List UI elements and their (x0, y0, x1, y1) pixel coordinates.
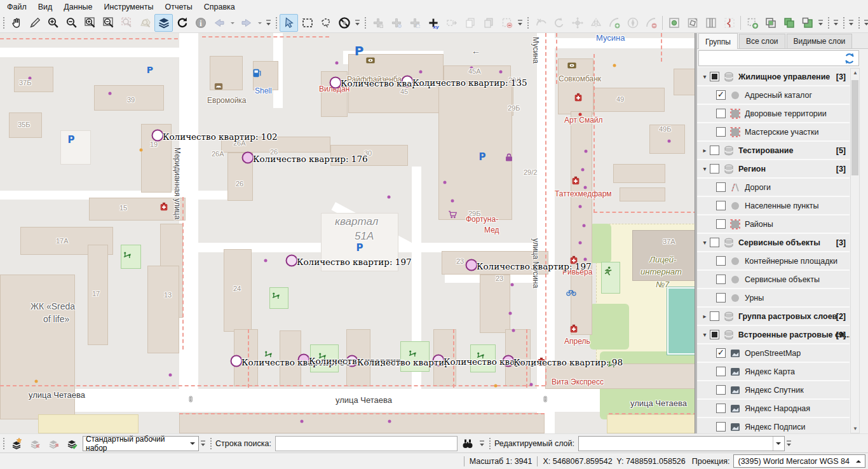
toolbar-grip[interactable] (827, 16, 830, 30)
apartment-count-marker[interactable] (330, 77, 342, 89)
tab-группы[interactable]: Группы (698, 33, 738, 49)
menu-инструменты[interactable]: Инструменты (98, 1, 159, 13)
toolbar-overflow-icon[interactable] (200, 435, 207, 452)
tab-видимые-слои[interactable]: Видимые слои (787, 34, 853, 48)
expander-right-icon[interactable]: ▸ (700, 313, 710, 320)
zoom-window-in-button[interactable] (81, 14, 99, 32)
layer-item-яндекс-карта[interactable]: Яндекс Карта (697, 363, 850, 380)
zoom-previous-button[interactable] (136, 14, 154, 32)
toolbar-grip[interactable] (488, 437, 491, 451)
zoom-window-out-button[interactable] (99, 14, 118, 32)
toolbar-overflow-icon[interactable] (354, 15, 361, 31)
layer-checkbox[interactable] (716, 367, 726, 376)
apartment-count-marker[interactable] (466, 259, 478, 271)
toolbar-overflow-icon[interactable] (863, 15, 868, 31)
menu-файл[interactable]: Файл (1, 1, 32, 13)
layer-checkbox[interactable] (716, 127, 726, 137)
toolbar-grip[interactable] (857, 16, 860, 30)
scrollbar-up-icon[interactable]: ▲ (853, 70, 858, 76)
layer-checkbox[interactable] (716, 182, 726, 192)
workset-combobox[interactable]: Стандартный рабочий набор (83, 436, 199, 451)
menu-отчеты[interactable]: Отчеты (159, 1, 198, 13)
zoom-to-selection-button[interactable] (118, 14, 136, 32)
zoom-in-button[interactable] (44, 14, 62, 32)
add-object-button[interactable] (369, 14, 387, 32)
scrollbar-thumb[interactable] (851, 80, 858, 175)
layer-item-сервисные-объекты[interactable]: ▾Сервисные объекты[3] (697, 234, 850, 251)
layer-checkbox[interactable] (716, 201, 726, 210)
add-by-coordinates-button[interactable]: xy (424, 14, 442, 32)
toolbar-overflow-icon[interactable] (785, 435, 792, 452)
scrollbar-down-icon[interactable]: ▼ (853, 426, 858, 432)
group-subtract-button[interactable] (798, 14, 817, 32)
layer-checkbox[interactable] (710, 311, 719, 321)
select-rectangle-button[interactable] (298, 14, 316, 32)
frame-split-button[interactable] (702, 14, 720, 32)
select-objects-button[interactable] (280, 14, 298, 32)
layer-item-урны[interactable]: Урны (697, 289, 850, 306)
layer-item-яндекс-подписи[interactable]: Яндекс Подписи (697, 418, 850, 433)
layer-item-яндекс-спутник[interactable]: Яндекс Спутник (697, 381, 850, 398)
layer-item-группа-растровых-слоев[interactable]: ▸Группа растровых слоев[2] (697, 308, 850, 325)
tab-все-слои[interactable]: Все слои (739, 34, 785, 48)
toolbar-grip[interactable] (363, 16, 367, 30)
add-vertex-button[interactable] (405, 14, 424, 32)
rotate-left-button[interactable] (550, 14, 568, 32)
nav-back-dropdown-icon[interactable] (228, 14, 237, 32)
toolbar-overflow-icon[interactable] (478, 435, 485, 452)
layer-checkbox[interactable] (710, 146, 719, 155)
zoom-out-button[interactable] (62, 14, 81, 32)
apartment-count-marker[interactable] (231, 355, 243, 367)
toolbar-overflow-icon[interactable] (832, 15, 839, 31)
toolbar-grip[interactable] (2, 16, 5, 30)
layer-item-дворовые-территории[interactable]: Дворовые территории (697, 105, 850, 122)
measure-tool-button[interactable] (25, 14, 44, 32)
layers-filter-box[interactable] (698, 50, 859, 66)
toolbar-grip[interactable] (2, 437, 5, 451)
layer-checkbox[interactable] (710, 164, 719, 173)
workset-save-button[interactable] (62, 435, 81, 452)
workset-export-button[interactable] (44, 435, 62, 452)
layer-item-жилищное-управление[interactable]: ▾Жилищное управление[3] (697, 68, 850, 85)
refresh-map-button[interactable] (173, 14, 191, 32)
edit-layer-combobox[interactable] (578, 436, 785, 451)
layer-checkbox[interactable] (716, 422, 726, 432)
toolbar-overflow-icon[interactable] (265, 15, 272, 31)
add-arc-button[interactable] (605, 14, 623, 32)
expander-down-icon[interactable]: ▾ (700, 73, 710, 80)
group-add-button[interactable] (743, 14, 761, 32)
rotate-clear-button[interactable] (531, 14, 550, 32)
remove-arc-button[interactable] (642, 14, 660, 32)
expander-down-icon[interactable]: ▾ (700, 239, 710, 246)
projection-combobox[interactable]: (3395) World Mercator WGS 84 (733, 454, 865, 468)
layer-item-регион[interactable]: ▾Регион[3] (697, 160, 850, 177)
frame-rotate-button[interactable] (683, 14, 702, 32)
add-point-button[interactable] (387, 14, 405, 32)
orient-object-button[interactable] (623, 14, 642, 32)
layer-item-openstreetmap[interactable]: ✓OpenStreetMap (697, 344, 850, 362)
layer-checkbox[interactable] (710, 330, 719, 339)
move-object-button[interactable] (442, 14, 461, 32)
layer-checkbox[interactable] (716, 109, 726, 118)
mirror-object-button[interactable] (587, 14, 605, 32)
nav-forward-button[interactable] (237, 14, 255, 32)
layer-item-адресный-каталог[interactable]: ✓Адресный каталог (697, 86, 850, 104)
layer-item-сервисные-объекты[interactable]: Сервисные объекты (697, 271, 850, 288)
frame-fill-button[interactable] (665, 14, 683, 32)
layer-checkbox[interactable]: ✓ (716, 348, 726, 358)
layer-checkbox[interactable] (716, 293, 726, 302)
copy-object-button[interactable] (461, 14, 479, 32)
frame-edit-line-button[interactable] (720, 14, 738, 32)
paste-object-button[interactable] (479, 14, 498, 32)
toolbar-grip[interactable] (209, 437, 212, 451)
toolbar-grip[interactable] (275, 16, 278, 30)
layer-checkbox[interactable]: ✓ (716, 90, 726, 100)
clear-selection-button[interactable] (335, 14, 353, 32)
layer-item-яндекс-народная[interactable]: Яндекс Народная (697, 400, 850, 417)
delete-object-button[interactable] (498, 14, 516, 32)
layer-item-контейнерные-площадки[interactable]: Контейнерные площадки (697, 252, 850, 269)
expander-right-icon[interactable]: ▸ (700, 147, 710, 154)
layer-checkbox[interactable] (710, 72, 719, 81)
pan-tool-button[interactable] (7, 14, 25, 32)
nav-back-button[interactable] (210, 14, 228, 32)
